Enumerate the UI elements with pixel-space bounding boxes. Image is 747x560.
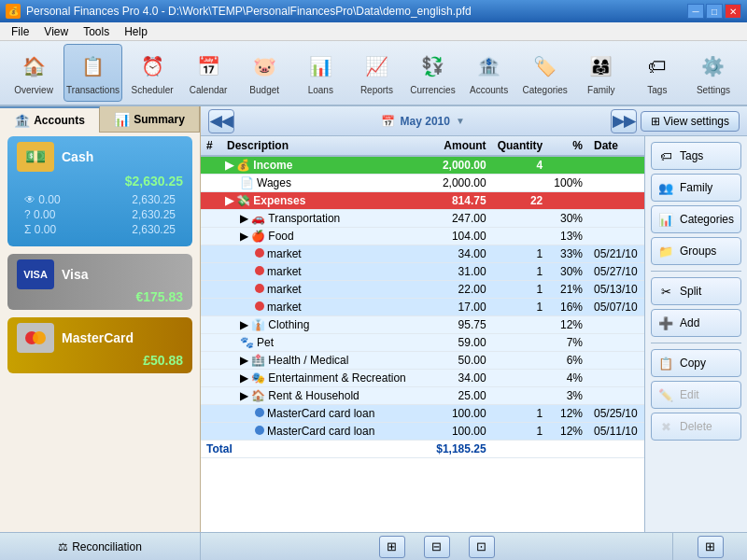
close-button[interactable]: ✕ — [725, 4, 741, 19]
row-num — [201, 245, 221, 263]
row-amount: 22.00 — [427, 281, 492, 299]
toolbar-currencies[interactable]: 💱 Currencies — [406, 44, 458, 102]
menu-help[interactable]: Help — [117, 23, 155, 40]
toolbar-family[interactable]: 👨‍👩‍👧 Family — [575, 44, 627, 102]
row-date — [588, 175, 644, 192]
toolbar-scheduler[interactable]: ⏰ Scheduler — [126, 44, 178, 102]
row-date: 05/25/10 — [588, 405, 644, 423]
menu-file[interactable]: File — [4, 23, 36, 40]
col-quantity: Quantity — [492, 136, 549, 156]
table-row[interactable]: ▶ 🎭Entertainment & Recreation 34.00 4% — [201, 370, 644, 387]
row-description: ▶ 💰Income — [221, 156, 427, 175]
row-pct: 30% — [548, 210, 588, 228]
row-num — [201, 387, 221, 405]
view-settings-button[interactable]: ⊞ View settings — [641, 111, 740, 132]
col-pct: % — [548, 136, 588, 156]
table-row[interactable]: market 34.00 1 33% 05/21/10 — [201, 245, 644, 263]
tab-accounts-label: Accounts — [34, 114, 85, 127]
tags-btn-label: Tags — [680, 149, 703, 162]
calendar-icon: 📅 — [191, 49, 225, 83]
reports-label: Reports — [360, 85, 393, 96]
tab-accounts[interactable]: 🏦 Accounts — [0, 106, 100, 133]
row-description: ▶ 🎭Entertainment & Recreation — [221, 370, 427, 387]
family-label: Family — [587, 85, 614, 96]
currencies-icon: 💱 — [416, 49, 449, 83]
toolbar-settings[interactable]: ⚙️ Settings — [687, 44, 740, 102]
toolbar-accounts[interactable]: 🏦 Accounts — [463, 44, 515, 102]
toolbar-tags[interactable]: 🏷 Tags — [631, 44, 684, 102]
table-row[interactable]: ▶ 👔Clothing 95.75 12% — [201, 316, 644, 334]
main-area: 🏦 Accounts 📊 Summary 💵 Cash $2,630.25 👁 … — [0, 106, 747, 532]
toolbar-calendar[interactable]: 📅 Calendar — [182, 44, 234, 102]
settings-icon: ⚙️ — [697, 49, 730, 83]
reconciliation-label: Reconciliation — [72, 540, 142, 553]
categories-label: Categories — [522, 85, 567, 96]
table-row[interactable]: market 31.00 1 30% 05/27/10 — [201, 263, 644, 281]
menu-view[interactable]: View — [36, 23, 76, 40]
account-mastercard[interactable]: MasterCard £50.88 — [7, 317, 192, 373]
table-row[interactable]: MasterCard card loan 100.00 1 12% 05/11/… — [201, 423, 644, 441]
edit-btn-label: Edit — [680, 388, 699, 401]
table-row[interactable]: ▶ 💰Income 2,000.00 4 — [201, 156, 644, 175]
status-btn-left[interactable]: ⊞ — [379, 536, 405, 558]
accounts-label: Accounts — [470, 85, 508, 96]
row-pct: 7% — [548, 334, 588, 352]
row-pct — [548, 156, 588, 175]
row-date: 05/11/10 — [588, 423, 644, 441]
toolbar-transactions[interactable]: 📋 Transactions — [63, 44, 122, 102]
maximize-button[interactable]: □ — [706, 4, 723, 19]
divider-2 — [651, 343, 741, 343]
minimize-button[interactable]: ─ — [687, 4, 704, 19]
table-row[interactable]: Total $1,185.25 — [201, 441, 644, 458]
prev-button[interactable]: ◀◀ — [208, 109, 234, 133]
row-date — [588, 352, 644, 370]
row-num — [201, 281, 221, 299]
toolbar-budget[interactable]: 🐷 Budget — [238, 44, 290, 102]
reconciliation-button[interactable]: ⚖ Reconciliation — [0, 533, 201, 560]
row-date — [588, 228, 644, 245]
categories-button[interactable]: 📊 Categories — [651, 205, 741, 233]
family-button[interactable]: 👥 Family — [651, 174, 741, 202]
row-amount: 100.00 — [427, 405, 492, 423]
tab-summary[interactable]: 📊 Summary — [100, 106, 200, 133]
account-visa[interactable]: VISA Visa €175.83 — [7, 254, 192, 310]
transactions-icon: 📋 — [77, 49, 110, 83]
table-row[interactable]: market 17.00 1 16% 05/07/10 — [201, 299, 644, 316]
toolbar-reports[interactable]: 📈 Reports — [350, 44, 402, 102]
account-cash[interactable]: 💵 Cash $2,630.25 👁 0.002,630.25 ? 0.002,… — [7, 136, 192, 246]
table-row[interactable]: ▶ 🏠Rent & Household 25.00 3% — [201, 387, 644, 405]
transactions-label: Transactions — [66, 85, 120, 96]
row-num — [201, 263, 221, 281]
budget-label: Budget — [249, 85, 279, 96]
toolbar-loans[interactable]: 📊 Loans — [294, 44, 346, 102]
delete-button[interactable]: ✖ Delete — [651, 413, 741, 441]
copy-btn-label: Copy — [680, 357, 706, 370]
add-button[interactable]: ➕ Add — [651, 309, 741, 337]
groups-button[interactable]: 📁 Groups — [651, 237, 741, 265]
status-btn-right[interactable]: ⊡ — [469, 536, 495, 558]
table-row[interactable]: 📄Wages 2,000.00 100% — [201, 175, 644, 192]
row-amount: 25.00 — [427, 387, 492, 405]
toolbar-overview[interactable]: 🏠 Overview — [7, 44, 60, 102]
row-amount: 104.00 — [427, 228, 492, 245]
zoom-button[interactable]: ⊞ — [698, 536, 724, 558]
table-row[interactable]: ▶ 🏥Health / Medical 50.00 6% — [201, 352, 644, 370]
row-num — [201, 352, 221, 370]
status-btn-center[interactable]: ⊟ — [424, 536, 450, 558]
next-button[interactable]: ▶▶ — [611, 109, 637, 133]
table-row[interactable]: 🐾Pet 59.00 7% — [201, 334, 644, 352]
tags-button[interactable]: 🏷 Tags — [651, 142, 741, 170]
menu-tools[interactable]: Tools — [76, 23, 117, 40]
split-button[interactable]: ✂ Split — [651, 277, 741, 305]
row-amount: 17.00 — [427, 299, 492, 316]
edit-button[interactable]: ✏️ Edit — [651, 381, 741, 409]
table-row[interactable]: market 22.00 1 21% 05/13/10 — [201, 281, 644, 299]
toolbar-categories[interactable]: 🏷️ Categories — [519, 44, 571, 102]
table-row[interactable]: ▶ 🚗Transportation 247.00 30% — [201, 210, 644, 228]
row-date — [588, 334, 644, 352]
table-row[interactable]: ▶ 💸Expenses 814.75 22 — [201, 192, 644, 210]
table-row[interactable]: ▶ 🍎Food 104.00 13% — [201, 228, 644, 245]
copy-button[interactable]: 📋 Copy — [651, 349, 741, 377]
table-row[interactable]: MasterCard card loan 100.00 1 12% 05/25/… — [201, 405, 644, 423]
row-date: 05/27/10 — [588, 263, 644, 281]
